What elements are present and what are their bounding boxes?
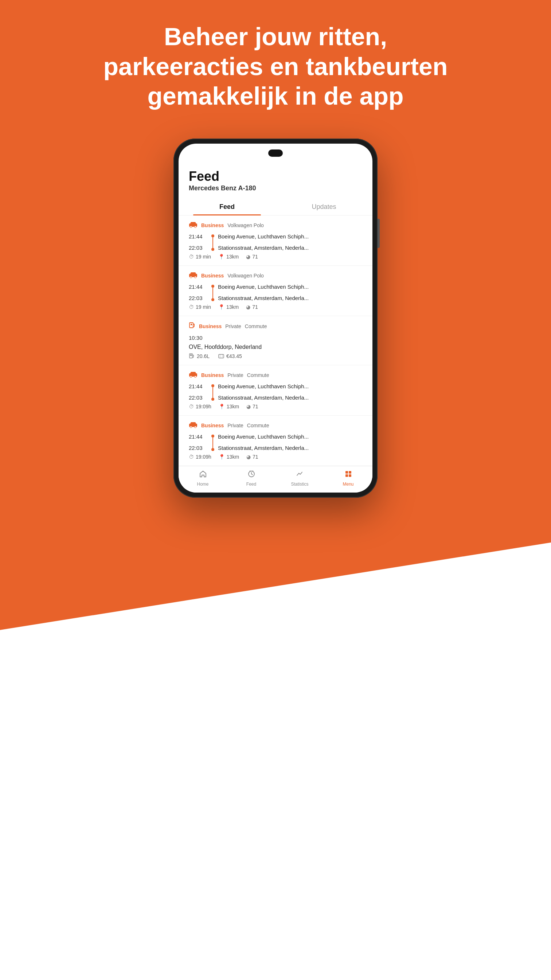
- stat-duration-val-5: 19:09h: [196, 454, 211, 460]
- nav-statistics-label: Statistics: [291, 482, 308, 487]
- stat-duration-5: ⏱ 19:09h: [189, 454, 211, 460]
- stat-score-2: ◕ 71: [246, 304, 258, 310]
- stat-score-4: ◕ 71: [246, 404, 258, 409]
- address-col-5: Boeing Avenue, Luchthaven Schiph... Stat…: [218, 433, 362, 451]
- trip-route-2: 21:44 22:03 Boeing Avenue, Luchthaven Sc…: [189, 284, 362, 301]
- promo-header: Beheer jouw ritten, parkeeracties en tan…: [0, 22, 551, 111]
- feed-item-4[interactable]: Business Private Commute 21:44 22:03: [179, 365, 372, 415]
- stat-duration-val-4: 19:09h: [196, 404, 211, 409]
- svg-rect-7: [191, 324, 192, 325]
- stat-score-val-2: 71: [252, 304, 258, 310]
- stat-distance-2: 📍 13km: [218, 304, 239, 310]
- time-start-2: 21:44: [189, 284, 208, 290]
- home-icon: [199, 470, 207, 480]
- stat-duration-val-1: 19 min: [196, 254, 211, 259]
- tag-business-2: Business: [201, 273, 224, 278]
- svg-point-13: [195, 375, 197, 377]
- stat-distance-val-1: 13km: [226, 254, 239, 259]
- feed-item-2[interactable]: Business Volkwagen Polo 21:44 22:03: [179, 266, 372, 316]
- address-col-2: Boeing Avenue, Luchthaven Schiph... Stat…: [218, 284, 362, 301]
- tab-updates[interactable]: Updates: [275, 199, 372, 215]
- car-icon-4: [189, 371, 197, 380]
- location-icon-2: 📍: [218, 304, 224, 310]
- time-end-5: 22:03: [189, 445, 208, 451]
- time-col-1: 21:44 22:03: [189, 233, 208, 251]
- phone-mockup: Feed Mercedes Benz A-180 Feed Updates: [173, 138, 378, 498]
- addr-end-1: Stationsstraat, Amsterdam, Nederla...: [218, 245, 362, 251]
- app-subtitle: Mercedes Benz A-180: [189, 185, 362, 192]
- stat-distance-4: 📍 13km: [219, 404, 239, 409]
- svg-point-15: [190, 426, 192, 428]
- fuel-cost-3: €43.45: [218, 353, 242, 359]
- liters-val-3: 20.6L: [197, 353, 210, 359]
- svg-rect-20: [345, 474, 348, 477]
- clock-icon-5: ⏱: [189, 454, 194, 460]
- svg-rect-19: [349, 471, 351, 474]
- tabs: Feed Updates: [179, 199, 372, 215]
- feed-item-3[interactable]: Business Private Commute 10:30 OVE, Hoof…: [179, 316, 372, 365]
- dot-bottom-2: [211, 298, 214, 301]
- feed-list: Business Volkwagen Polo 21:44 22:03: [179, 215, 372, 466]
- tag-private-5: Private: [227, 423, 243, 428]
- addr-end-4: Stationsstraat, Amsterdam, Nederla...: [218, 395, 362, 401]
- stat-distance-1: 📍 13km: [218, 254, 239, 259]
- tab-feed[interactable]: Feed: [179, 199, 275, 215]
- trip-route-5: 21:44 22:03 Boeing Avenue, Luchthaven Sc…: [189, 433, 362, 451]
- nav-menu[interactable]: Menu: [324, 470, 372, 487]
- location-icon-5: 📍: [219, 454, 225, 460]
- app-content: Feed Mercedes Benz A-180 Feed Updates: [179, 144, 372, 493]
- nav-feed[interactable]: Feed: [227, 470, 275, 487]
- time-col-2: 21:44 22:03: [189, 284, 208, 301]
- score-icon-5: ◕: [246, 454, 251, 460]
- nav-home[interactable]: Home: [179, 470, 227, 487]
- tag-business-5: Business: [201, 423, 224, 428]
- line-1: [213, 237, 213, 248]
- line-5: [213, 438, 213, 448]
- location-icon-4: 📍: [219, 404, 225, 409]
- dot-top-4: [211, 384, 214, 387]
- tag-commute-3: Commute: [245, 323, 267, 329]
- nav-statistics[interactable]: Statistics: [275, 470, 324, 487]
- svg-rect-18: [345, 471, 348, 474]
- car-icon-1: [189, 221, 197, 230]
- stat-duration-1: ⏱ 19 min: [189, 254, 211, 259]
- stat-score-val-1: 71: [252, 254, 258, 259]
- camera-notch: [268, 150, 283, 157]
- stat-distance-val-4: 13km: [227, 404, 239, 409]
- time-end-2: 22:03: [189, 295, 208, 301]
- menu-icon: [345, 470, 353, 480]
- clock-icon-4: ⏱: [189, 404, 194, 409]
- stat-score-val-5: 71: [252, 454, 258, 460]
- feed-item-1[interactable]: Business Volkwagen Polo 21:44 22:03: [179, 215, 372, 266]
- svg-rect-10: [219, 355, 224, 358]
- time-start-5: 21:44: [189, 433, 208, 440]
- feed-item-header-1: Business Volkwagen Polo: [189, 221, 362, 230]
- addr-start-2: Boeing Avenue, Luchthaven Schiph...: [218, 284, 362, 290]
- tag-commute-4: Commute: [247, 372, 269, 378]
- time-col-5: 21:44 22:03: [189, 433, 208, 451]
- trip-stats-4: ⏱ 19:09h 📍 13km ◕ 71: [189, 404, 362, 409]
- dot-top-1: [211, 234, 214, 237]
- dot-bottom-1: [211, 248, 214, 251]
- route-line-5: [211, 433, 214, 451]
- tag-private-4: Private: [227, 372, 243, 378]
- svg-point-1: [190, 226, 192, 228]
- feed-item-5[interactable]: Business Private Commute 21:44 22:03: [179, 415, 372, 466]
- tag-business-3: Business: [199, 323, 222, 329]
- route-line-2: [211, 284, 214, 301]
- tag-car-2: Volkwagen Polo: [227, 273, 264, 278]
- score-icon-1: ◕: [246, 254, 250, 259]
- dot-bottom-4: [211, 398, 214, 401]
- phone-frame: Feed Mercedes Benz A-180 Feed Updates: [173, 138, 378, 498]
- line-2: [213, 288, 213, 298]
- bottom-nav: Home Feed: [179, 466, 372, 493]
- addr-start-5: Boeing Avenue, Luchthaven Schiph...: [218, 433, 362, 440]
- clock-icon-1: ⏱: [189, 254, 194, 259]
- stat-distance-5: 📍 13km: [219, 454, 239, 460]
- svg-point-2: [195, 226, 197, 228]
- dot-top-2: [211, 285, 214, 288]
- trip-stats-2: ⏱ 19 min 📍 13km ◕ 71: [189, 304, 362, 310]
- tag-business-4: Business: [201, 372, 224, 378]
- stat-score-val-4: 71: [252, 404, 258, 409]
- tag-private-3: Private: [225, 323, 241, 329]
